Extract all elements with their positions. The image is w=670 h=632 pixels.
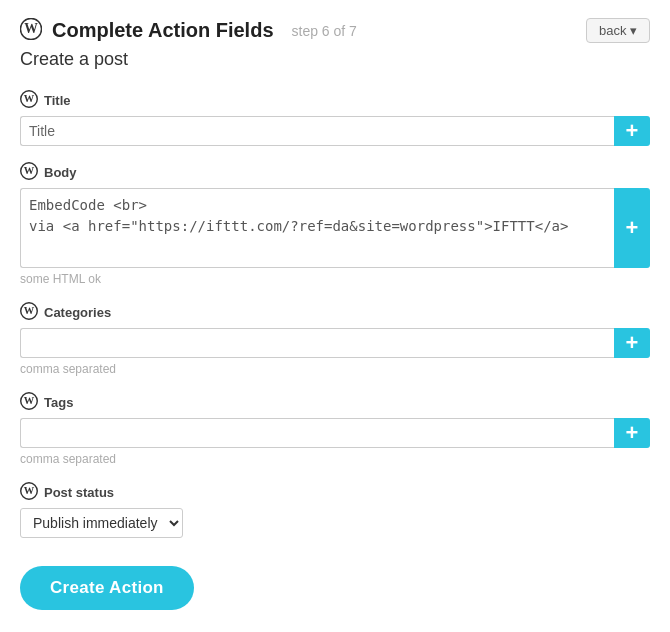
body-label: Body bbox=[44, 165, 77, 180]
sub-title: Create a post bbox=[20, 49, 650, 70]
tags-input-row: + bbox=[20, 418, 650, 448]
tags-hint: comma separated bbox=[20, 452, 650, 466]
categories-plus-button[interactable]: + bbox=[614, 328, 650, 358]
post-status-wp-icon: W bbox=[20, 482, 38, 503]
svg-text:W: W bbox=[24, 485, 35, 496]
body-hint: some HTML ok bbox=[20, 272, 650, 286]
tags-label: Tags bbox=[44, 395, 73, 410]
tags-input[interactable] bbox=[20, 418, 614, 448]
categories-label-row: W Categories bbox=[20, 302, 650, 323]
svg-text:W: W bbox=[24, 165, 35, 176]
title-input[interactable] bbox=[20, 116, 614, 146]
step-label: step 6 of 7 bbox=[292, 23, 357, 39]
categories-field-group: W Categories + comma separated bbox=[20, 302, 650, 376]
title-field-group: W Title + bbox=[20, 90, 650, 146]
tags-label-row: W Tags bbox=[20, 392, 650, 413]
post-status-field-group: W Post status Publish immediately Draft … bbox=[20, 482, 650, 538]
title-label: Title bbox=[44, 93, 71, 108]
svg-text:W: W bbox=[24, 305, 35, 316]
categories-wp-icon: W bbox=[20, 302, 38, 323]
post-status-label-row: W Post status bbox=[20, 482, 650, 503]
body-plus-button[interactable]: + bbox=[614, 188, 650, 268]
svg-text:W: W bbox=[24, 93, 35, 104]
title-wp-icon: W bbox=[20, 90, 38, 111]
tags-wp-icon: W bbox=[20, 392, 38, 413]
page-title: Complete Action Fields bbox=[52, 19, 274, 42]
body-input-row: EmbedCode <br> via <a href="https://iftt… bbox=[20, 188, 650, 268]
body-wp-icon: W bbox=[20, 162, 38, 183]
tags-field-group: W Tags + comma separated bbox=[20, 392, 650, 466]
post-status-select[interactable]: Publish immediately Draft Private bbox=[20, 508, 183, 538]
post-status-label: Post status bbox=[44, 485, 114, 500]
header-left: W Complete Action Fields step 6 of 7 bbox=[20, 18, 357, 43]
categories-input-row: + bbox=[20, 328, 650, 358]
categories-hint: comma separated bbox=[20, 362, 650, 376]
title-plus-button[interactable]: + bbox=[614, 116, 650, 146]
categories-input[interactable] bbox=[20, 328, 614, 358]
page-wrapper: W Complete Action Fields step 6 of 7 bac… bbox=[0, 0, 670, 632]
create-action-button[interactable]: Create Action bbox=[20, 566, 194, 610]
wordpress-logo-icon: W bbox=[20, 18, 42, 43]
title-label-row: W Title bbox=[20, 90, 650, 111]
body-field-group: W Body EmbedCode <br> via <a href="https… bbox=[20, 162, 650, 286]
header: W Complete Action Fields step 6 of 7 bac… bbox=[20, 18, 650, 43]
body-label-row: W Body bbox=[20, 162, 650, 183]
title-input-row: + bbox=[20, 116, 650, 146]
body-textarea[interactable]: EmbedCode <br> via <a href="https://iftt… bbox=[20, 188, 614, 268]
svg-text:W: W bbox=[24, 21, 38, 36]
tags-plus-button[interactable]: + bbox=[614, 418, 650, 448]
back-button[interactable]: back ▾ bbox=[586, 18, 650, 43]
categories-label: Categories bbox=[44, 305, 111, 320]
svg-text:W: W bbox=[24, 395, 35, 406]
